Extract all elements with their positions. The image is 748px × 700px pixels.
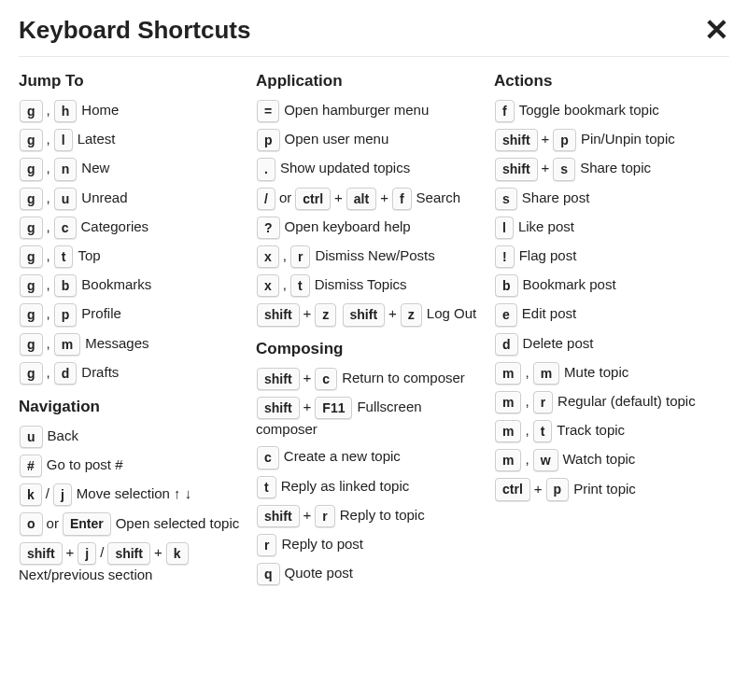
key-shift: shift: [257, 303, 300, 326]
shortcut-latest: g,lLatest: [19, 129, 245, 151]
key-j: j: [53, 483, 72, 506]
key-b: b: [495, 274, 518, 297]
key-l: l: [54, 129, 73, 151]
shortcut-new: g,nNew: [19, 158, 245, 180]
key-m: m: [495, 362, 521, 385]
key-n: n: [54, 158, 78, 180]
shortcut-move-selection: k/jMove selection ↑ ↓: [19, 483, 245, 506]
shortcut-dismiss-topics: x,tDismiss Topics: [256, 274, 483, 297]
key-question: ?: [257, 217, 280, 239]
key-m: m: [533, 362, 559, 385]
desc: Reply to topic: [340, 507, 425, 523]
desc: Go to post #: [47, 456, 123, 472]
key-s: s: [495, 188, 517, 210]
close-button[interactable]: ✕: [704, 15, 729, 45]
key-shift: shift: [107, 542, 150, 565]
composing-list: shift+cReturn to composer shift+F11Fulls…: [256, 368, 483, 586]
desc: Edit post: [522, 305, 576, 321]
desc: Next/previous section: [19, 567, 152, 582]
key-o: o: [20, 512, 43, 535]
key-t: t: [257, 476, 276, 498]
shortcut-regular-topic: m,rRegular (default) topic: [494, 391, 729, 413]
key-g: g: [20, 245, 43, 268]
desc: Open user menu: [285, 131, 389, 147]
shortcut-return-composer: shift+cReturn to composer: [256, 368, 483, 390]
key-p: p: [546, 478, 570, 500]
modal-body: Jump To g,hHome g,lLatest g,nNew g,uUnre…: [19, 72, 729, 592]
desc: Track topic: [557, 422, 625, 438]
desc: Share topic: [580, 160, 651, 175]
desc: Delete post: [523, 335, 594, 351]
column-1: Jump To g,hHome g,lLatest g,nNew g,uUnre…: [19, 72, 245, 592]
key-slash: /: [257, 188, 275, 210]
key-z: z: [315, 303, 336, 326]
key-g: g: [20, 274, 43, 297]
key-dot: .: [257, 158, 275, 180]
key-u: u: [54, 188, 78, 210]
key-t: t: [290, 274, 310, 297]
shortcut-track-topic: m,tTrack topic: [494, 420, 729, 442]
key-shift: shift: [257, 397, 300, 419]
shortcut-pin-unpin: shift+pPin/Unpin topic: [494, 129, 729, 151]
modal-header: Keyboard Shortcuts ✕: [19, 15, 729, 57]
key-g: g: [20, 333, 43, 356]
column-3: Actions fToggle bookmark topic shift+pPi…: [494, 72, 729, 592]
navigation-list: uBack #Go to post # k/jMove selection ↑ …: [19, 426, 245, 585]
desc: Reply to post: [281, 536, 363, 552]
desc: Dismiss Topics: [315, 276, 407, 292]
shortcut-messages: g,mMessages: [19, 333, 245, 356]
desc: Bookmarks: [81, 276, 151, 292]
column-2: Application =Open hamburger menu pOpen u…: [256, 72, 483, 592]
key-p: p: [54, 303, 78, 326]
application-list: =Open hamburger menu pOpen user menu .Sh…: [256, 100, 483, 327]
desc: Watch topic: [563, 451, 636, 467]
key-k: k: [166, 542, 189, 565]
key-shift: shift: [20, 542, 63, 565]
desc: Profile: [81, 305, 121, 321]
shortcut-back: uBack: [19, 426, 245, 448]
jump-to-heading: Jump To: [19, 72, 245, 91]
shortcut-reply-topic: shift+rReply to topic: [256, 505, 483, 527]
desc: Mute topic: [564, 364, 628, 380]
actions-list: fToggle bookmark topic shift+pPin/Unpin …: [494, 100, 729, 501]
desc: Like post: [518, 218, 574, 234]
shortcut-categories: g,cCategories: [19, 217, 245, 239]
key-alt: alt: [346, 188, 376, 210]
desc: Pin/Unpin topic: [581, 131, 675, 147]
desc: Top: [78, 247, 100, 263]
key-m: m: [495, 449, 521, 471]
shortcut-logout: shift+z shift+zLog Out: [256, 303, 483, 326]
shortcut-search: /orctrl+alt+fSearch: [256, 188, 483, 210]
key-r: r: [315, 505, 334, 527]
key-shift: shift: [257, 505, 300, 527]
shortcut-like-post: lLike post: [494, 217, 729, 239]
keyboard-shortcuts-modal: Keyboard Shortcuts ✕ Jump To g,hHome g,l…: [0, 0, 748, 607]
shortcut-drafts: g,dDrafts: [19, 362, 245, 385]
shortcut-delete-post: dDelete post: [494, 333, 729, 356]
shortcut-next-prev: shift+j/shift+kNext/previous section: [19, 542, 245, 586]
shortcut-home: g,hHome: [19, 100, 245, 122]
shortcut-share-post: sShare post: [494, 188, 729, 210]
key-h: h: [54, 100, 78, 122]
desc: Back: [48, 427, 78, 443]
desc: Return to composer: [342, 370, 465, 385]
key-g: g: [20, 362, 43, 385]
key-e: e: [495, 303, 517, 326]
desc: Dismiss New/Posts: [315, 247, 434, 263]
shortcut-watch-topic: m,wWatch topic: [494, 449, 729, 471]
desc: Open selected topic: [116, 515, 240, 531]
desc: Unread: [81, 189, 127, 205]
key-d: d: [54, 362, 78, 385]
shortcut-hamburger: =Open hamburger menu: [256, 100, 483, 122]
key-m: m: [495, 420, 521, 442]
key-shift: shift: [257, 368, 300, 390]
desc: Print topic: [573, 481, 636, 497]
key-p: p: [553, 129, 576, 151]
shortcut-fullscreen: shift+F11Fullscreen composer: [256, 397, 483, 441]
key-j: j: [78, 542, 96, 565]
key-s: s: [553, 158, 575, 180]
key-f11: F11: [315, 397, 352, 419]
shortcut-top: g,tTop: [19, 245, 245, 268]
shortcut-edit-post: eEdit post: [494, 303, 729, 326]
key-m: m: [54, 333, 80, 356]
